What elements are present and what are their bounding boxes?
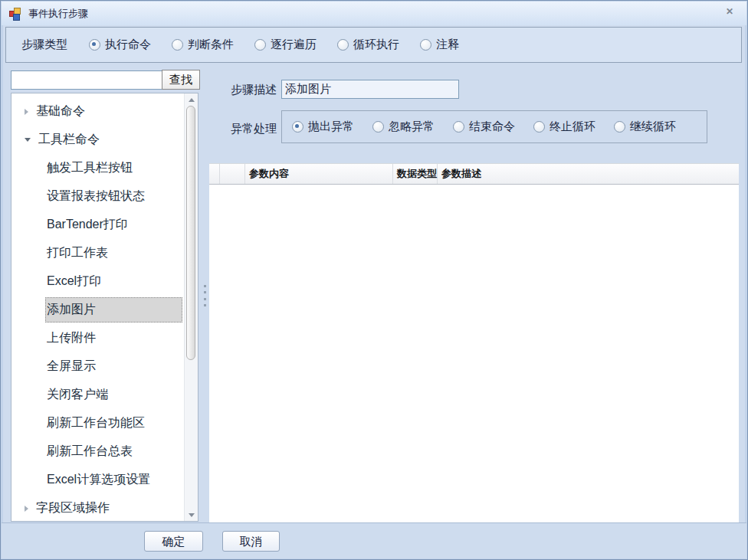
- find-button[interactable]: 查找: [162, 70, 200, 90]
- step-type-option-2[interactable]: 判断条件: [172, 38, 234, 52]
- exception-groupbox: 抛出异常忽略异常结束命令终止循环继续循环: [281, 110, 707, 143]
- tree-item-label: 打印工作表: [45, 241, 182, 266]
- search-input[interactable]: [11, 70, 164, 90]
- radio-icon: [337, 39, 349, 51]
- radio-label: 继续循环: [630, 120, 676, 134]
- scroll-up-icon[interactable]: [185, 94, 198, 105]
- scroll-down-icon[interactable]: [185, 509, 198, 520]
- step-type-panel: 步骤类型 执行命令判断条件逐行遍历循环执行注释: [5, 27, 742, 63]
- tree-item-label: 添加图片: [45, 297, 182, 323]
- tree-item-label: 上传附件: [45, 326, 182, 351]
- tree-item[interactable]: 基础命令: [11, 97, 185, 126]
- column-header-5[interactable]: 参数描述: [438, 164, 739, 184]
- cancel-button[interactable]: 取消: [222, 531, 280, 552]
- footer-bar: 确定 取消: [2, 522, 746, 558]
- tree-list: 基础命令工具栏命令触发工具栏按钮设置报表按钮状态BarTender打印打印工作表…: [11, 93, 185, 521]
- exception-option-4[interactable]: 终止循环: [533, 120, 595, 134]
- radio-icon: [533, 121, 545, 133]
- step-desc-input[interactable]: [281, 80, 459, 99]
- param-table: 参数内容数据类型参数描述: [209, 163, 739, 523]
- tree-item-label: 基础命令: [36, 103, 85, 120]
- tree-item-label: BarTender打印: [45, 212, 182, 237]
- tree-item-label: 设置报表按钮状态: [45, 184, 182, 209]
- tree-item-label: 工具栏命令: [38, 132, 100, 148]
- command-tree: 基础命令工具栏命令触发工具栏按钮设置报表按钮状态BarTender打印打印工作表…: [11, 93, 198, 522]
- step-desc-label: 步骤描述: [231, 83, 277, 97]
- scrollbar-thumb[interactable]: [186, 106, 195, 360]
- radio-label: 终止循环: [550, 120, 595, 134]
- column-header-4[interactable]: 数据类型: [393, 164, 438, 184]
- tree-item[interactable]: BarTender打印: [11, 211, 185, 239]
- radio-label: 逐行遍历: [271, 38, 317, 52]
- tree-item[interactable]: 设置报表按钮状态: [11, 182, 185, 211]
- radio-icon: [292, 121, 303, 133]
- tree-item[interactable]: Excel计算选项设置: [11, 466, 185, 494]
- tree-item[interactable]: 关闭客户端: [11, 381, 185, 409]
- column-header-3[interactable]: 参数内容: [245, 164, 393, 184]
- exception-option-2[interactable]: 忽略异常: [372, 120, 435, 134]
- chevron-right-icon[interactable]: [25, 506, 28, 512]
- ok-button[interactable]: 确定: [144, 531, 203, 552]
- tree-item[interactable]: 全屏显示: [11, 352, 185, 381]
- tree-item[interactable]: 刷新工作台总表: [11, 437, 185, 466]
- exception-radio-group: 抛出异常忽略异常结束命令终止循环继续循环: [292, 120, 676, 134]
- radio-label: 循环执行: [353, 38, 399, 52]
- radio-icon: [420, 39, 431, 51]
- radio-icon: [89, 39, 100, 51]
- chevron-right-icon[interactable]: [25, 109, 28, 115]
- tree-item-label: Excel计算选项设置: [45, 467, 182, 493]
- chevron-down-icon[interactable]: [25, 138, 31, 142]
- step-type-radio-group: 执行命令判断条件逐行遍历循环执行注释: [89, 38, 459, 52]
- tree-item[interactable]: 打印工作表: [11, 239, 185, 267]
- param-table-body[interactable]: [209, 185, 739, 523]
- radio-icon: [453, 121, 464, 133]
- tree-item-label: 关闭客户端: [45, 382, 182, 408]
- tree-item[interactable]: 工具栏命令: [11, 126, 185, 154]
- exception-option-1[interactable]: 抛出异常: [292, 120, 354, 134]
- tree-item-label: 全屏显示: [45, 354, 182, 379]
- step-type-option-3[interactable]: 逐行遍历: [254, 38, 317, 52]
- splitter-handle[interactable]: [202, 285, 207, 306]
- step-type-label: 步骤类型: [21, 38, 67, 52]
- tree-item-label: Excel打印: [45, 269, 182, 294]
- tree-item[interactable]: 添加图片: [11, 296, 185, 324]
- title-bar[interactable]: 事件执行步骤 ✕: [2, 2, 746, 25]
- radio-icon: [614, 121, 625, 133]
- tree-item[interactable]: 刷新工作台功能区: [11, 409, 185, 437]
- tree-item[interactable]: 上传附件: [11, 324, 185, 352]
- tree-item-label: 字段区域操作: [36, 500, 110, 516]
- step-type-option-4[interactable]: 循环执行: [337, 38, 399, 52]
- tree-item-label: 刷新工作台总表: [45, 439, 182, 464]
- tree-item[interactable]: 触发工具栏按钮: [11, 154, 185, 182]
- form-icon: [9, 8, 22, 20]
- tree-item[interactable]: Excel打印: [11, 267, 185, 296]
- radio-label: 抛出异常: [308, 120, 354, 134]
- window-title: 事件执行步骤: [28, 7, 88, 21]
- exception-label: 异常处理: [231, 122, 277, 136]
- tree-scrollbar[interactable]: [184, 93, 198, 521]
- close-icon[interactable]: ✕: [723, 5, 737, 18]
- radio-icon: [172, 39, 183, 51]
- step-type-option-5[interactable]: 注释: [420, 38, 459, 52]
- radio-label: 忽略异常: [389, 120, 435, 134]
- tree-item-label: 刷新工作台功能区: [45, 411, 182, 436]
- param-table-header: 参数内容数据类型参数描述: [209, 163, 739, 185]
- exception-option-3[interactable]: 结束命令: [453, 120, 515, 134]
- event-step-dialog: 事件执行步骤 ✕ 步骤类型 执行命令判断条件逐行遍历循环执行注释 查找 基础命令…: [0, 0, 748, 560]
- step-type-option-1[interactable]: 执行命令: [89, 38, 151, 52]
- radio-label: 执行命令: [105, 38, 151, 52]
- tree-item[interactable]: 字段区域操作: [11, 494, 185, 522]
- radio-icon: [372, 121, 384, 133]
- radio-label: 注释: [436, 38, 459, 52]
- radio-label: 判断条件: [188, 38, 234, 52]
- column-header-2[interactable]: [220, 164, 245, 184]
- exception-option-5[interactable]: 继续循环: [614, 120, 676, 134]
- radio-label: 结束命令: [469, 120, 515, 134]
- tree-item-label: 触发工具栏按钮: [45, 156, 182, 181]
- column-header-1[interactable]: [209, 164, 220, 184]
- radio-icon: [254, 39, 266, 51]
